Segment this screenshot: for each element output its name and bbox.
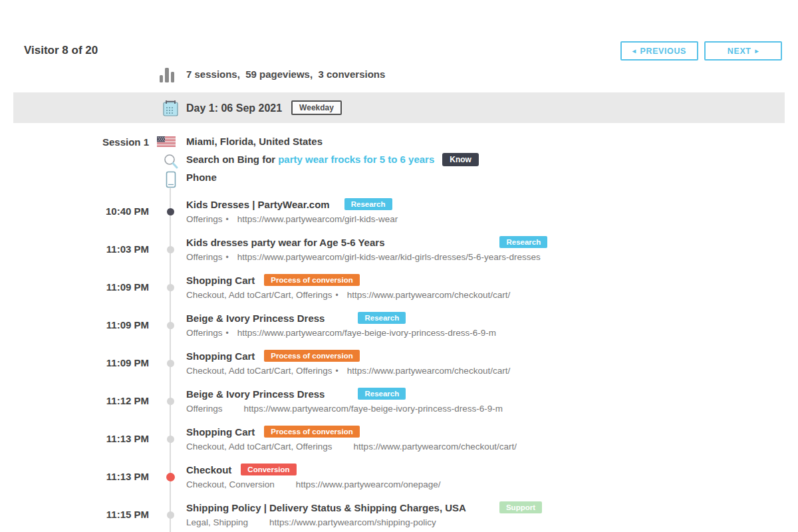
- meta-separator: •: [336, 366, 338, 376]
- page-categories: Checkout, Add toCart/Cart, Offerings: [186, 290, 332, 300]
- timeline-entry: 11:09 PM Beige & Ivory Princess DressRes…: [0, 311, 798, 344]
- timeline-dot: [167, 208, 174, 215]
- timeline-dot: [167, 398, 174, 405]
- page-url[interactable]: https://www.partywearcom/faye-beige-ivor…: [244, 404, 503, 414]
- timeline-dot-conversion: [166, 473, 175, 481]
- entry-time: 11:09 PM: [0, 319, 149, 331]
- timeline-dot: [167, 511, 174, 519]
- page-url[interactable]: https://www.partywearcom/girl-kids-wear: [237, 214, 398, 224]
- arrow-left-icon: ◂: [632, 47, 636, 55]
- page-categories: Checkout, Add toCart/Cart, Offerings: [186, 366, 332, 376]
- page-visit-title[interactable]: Beige & Ivory Princess Dress: [186, 388, 325, 400]
- page-url[interactable]: https://www.partywearcom/girl-kids-wear/…: [237, 252, 541, 262]
- page-visit-meta: Checkout, Add toCart/Cart, Offerings•htt…: [186, 290, 510, 300]
- timeline-dot: [167, 284, 174, 291]
- timeline-entry: 10:40 PM Kids Dresses | PartyWear.comRes…: [0, 198, 798, 231]
- page-url[interactable]: https://www.partywearcom/faye-beige-ivor…: [237, 328, 496, 338]
- next-button-label: NEXT: [728, 47, 751, 56]
- day-date-text: Day 1: 06 Sep 2021: [186, 102, 282, 114]
- timeline-dot: [167, 436, 174, 443]
- page-url[interactable]: https://www.partywearcom/checkout/cart/: [347, 366, 510, 376]
- page-visit-meta: Checkout, Add toCart/Cart, Offerings•htt…: [186, 366, 510, 376]
- entry-time: 11:03 PM: [0, 243, 149, 255]
- timeline-entry: 11:15 PM Shipping Policy | Delivery Stat…: [0, 501, 798, 532]
- search-prefix: Search on Bing for: [186, 154, 275, 165]
- search-icon: [163, 154, 179, 172]
- page-categories: Offerings: [186, 404, 223, 414]
- page-visit-title[interactable]: Shopping Cart: [186, 275, 255, 286]
- meta-separator: •: [226, 215, 229, 224]
- page-categories: Offerings: [186, 328, 223, 338]
- page-url[interactable]: https://www.partywearcom/shipping-policy: [269, 517, 436, 527]
- status-badge: Research: [499, 236, 547, 248]
- session-stats-summary: 7 sessions, 59 pageviews, 3 conversions: [186, 68, 385, 80]
- session-location: Miami, Florida, United States: [186, 136, 323, 147]
- page-categories: Checkout, Conversion: [186, 479, 275, 489]
- entry-time: 11:09 PM: [0, 357, 149, 368]
- timeline-dot: [167, 322, 174, 329]
- page-visit-meta: Offerings•https://www.partywearcom/faye-…: [186, 328, 496, 338]
- page-url[interactable]: https://www.partywearcom/checkout/cart/: [354, 442, 517, 452]
- day-label: Day 1: 06 Sep 2021Weekday: [186, 102, 342, 116]
- status-badge: Research: [358, 312, 406, 324]
- timeline-entry: 11:13 PM Shopping CartProcess of convers…: [0, 425, 798, 458]
- bar-chart-icon: [159, 66, 175, 86]
- status-badge: Research: [358, 388, 406, 400]
- status-badge: Research: [344, 198, 392, 210]
- page-visit-title[interactable]: Checkout: [186, 464, 231, 475]
- weekday-badge: Weekday: [291, 100, 342, 115]
- session-search: Search on Bing forparty wear frocks for …: [186, 154, 479, 167]
- timeline-entry: 11:12 PM Beige & Ivory Princess DressRes…: [0, 387, 798, 420]
- entry-time: 10:40 PM: [0, 205, 149, 217]
- next-button[interactable]: NEXT ▸: [704, 41, 782, 61]
- session-label: Session 1: [0, 136, 149, 148]
- entry-time: 11:15 PM: [0, 509, 149, 520]
- page-visit-title[interactable]: Shopping Cart: [186, 350, 255, 362]
- meta-separator: •: [226, 329, 229, 338]
- page-visit-title[interactable]: Shopping Cart: [186, 426, 255, 438]
- page-url[interactable]: https://www.partywearcom/checkout/cart/: [347, 290, 510, 300]
- page-visit-title[interactable]: Kids Dresses | PartyWear.com: [186, 199, 330, 210]
- status-badge: Process of conversion: [264, 274, 359, 286]
- page-visit-meta: Checkout, Add toCart/Cart, Offeringshttp…: [186, 442, 517, 452]
- session-stats-row: 7 sessions, 59 pageviews, 3 conversions: [0, 65, 798, 86]
- page-categories: Offerings: [186, 214, 223, 224]
- day-banner: Day 1: 06 Sep 2021Weekday: [13, 92, 785, 123]
- entry-time: 11:13 PM: [0, 471, 149, 482]
- meta-separator: •: [226, 253, 229, 262]
- us-flag-icon: [157, 136, 176, 150]
- meta-separator: •: [336, 291, 338, 300]
- timeline-entry: 11:09 PM Shopping CartProcess of convers…: [0, 349, 798, 382]
- entry-time: 11:09 PM: [0, 281, 149, 293]
- status-badge: Process of conversion: [264, 426, 359, 438]
- know-badge[interactable]: Know: [442, 153, 479, 166]
- page-visit-meta: Offerings•https://www.partywearcom/girl-…: [186, 214, 398, 224]
- timeline-dot: [167, 360, 174, 367]
- status-badge: Process of conversion: [264, 350, 359, 362]
- phone-icon: [166, 171, 176, 191]
- timeline-entry: 11:03 PM Kids dresses party wear for Age…: [0, 235, 798, 269]
- arrow-right-icon: ▸: [755, 47, 759, 55]
- status-badge: Support: [499, 501, 542, 513]
- entry-time: 11:13 PM: [0, 433, 149, 444]
- page-visit-meta: Legal, Shippinghttps://www.partywearcom/…: [186, 517, 542, 527]
- entry-time: 11:12 PM: [0, 395, 149, 406]
- page-visit-meta: Offerings•https://www.partywearcom/girl-…: [186, 252, 547, 262]
- timeline-entry: 11:09 PM Shopping CartProcess of convers…: [0, 273, 798, 307]
- page-visit-title[interactable]: Shipping Policy | Delivery Status & Ship…: [186, 502, 466, 513]
- previous-button-label: PREVIOUS: [640, 47, 686, 56]
- page-visit-meta: Offeringshttps://www.partywearcom/faye-b…: [186, 404, 503, 414]
- page-visit-title[interactable]: Kids dresses party wear for Age 5-6 Year…: [186, 237, 384, 248]
- page-visit-meta: Checkout, Conversionhttps://www.partywea…: [186, 479, 440, 489]
- previous-button[interactable]: ◂ PREVIOUS: [620, 41, 698, 61]
- page-url[interactable]: https://www.partywearcom/onepage/: [296, 479, 441, 489]
- page-categories: Offerings: [186, 252, 223, 262]
- timeline-dot: [167, 246, 174, 253]
- search-query-link[interactable]: party wear frocks for 5 to 6 years: [278, 154, 434, 165]
- timeline-entry: 11:13 PM CheckoutConversion Checkout, Co…: [0, 463, 798, 496]
- page-title: Visitor 8 of 20: [24, 44, 98, 57]
- calendar-icon: [162, 98, 180, 120]
- session-device: Phone: [186, 172, 217, 183]
- page-visit-title[interactable]: Beige & Ivory Princess Dress: [186, 313, 325, 324]
- page-categories: Checkout, Add toCart/Cart, Offerings: [186, 442, 332, 452]
